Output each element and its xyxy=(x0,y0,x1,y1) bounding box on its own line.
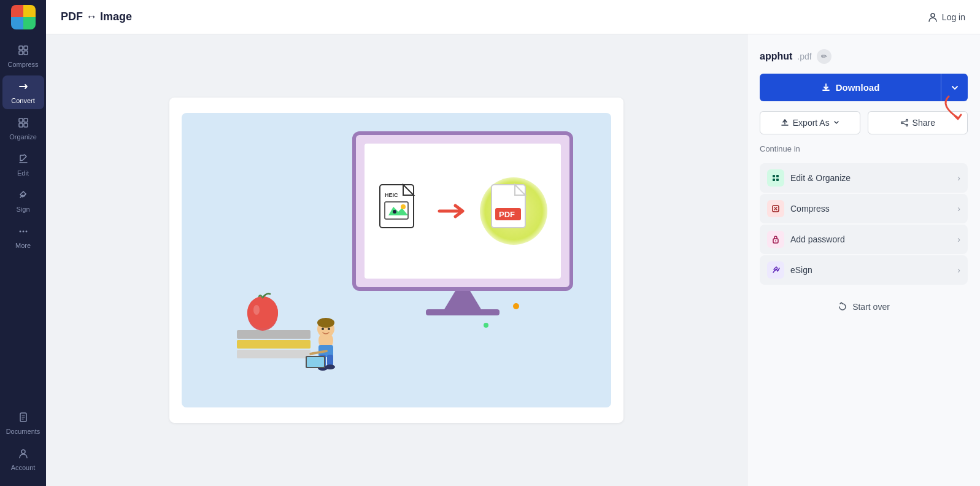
apple-svg xyxy=(243,288,283,334)
export-as-button[interactable]: Export As xyxy=(760,111,860,134)
dot-3 xyxy=(484,323,488,328)
continue-item-compress[interactable]: Compress › xyxy=(760,194,968,223)
svg-rect-5 xyxy=(24,118,28,122)
svg-rect-47 xyxy=(776,179,779,181)
continue-item-esign[interactable]: eSign › xyxy=(760,255,968,285)
start-over-button[interactable]: Start over xyxy=(760,297,968,317)
arrow-svg xyxy=(437,202,468,220)
header-right: Log in xyxy=(927,12,965,23)
svg-line-43 xyxy=(903,123,906,125)
content-area: HEIC xyxy=(46,34,980,486)
file-extension: .pdf xyxy=(797,52,811,61)
svg-rect-46 xyxy=(773,179,775,181)
convert-arrow xyxy=(437,202,468,220)
continue-in-section: Continue in xyxy=(760,144,968,153)
continue-item-add-password[interactable]: Add password › xyxy=(760,225,968,254)
svg-point-8 xyxy=(19,231,21,233)
sidebar-item-edit-label: Edit xyxy=(17,169,29,177)
compress-icon xyxy=(17,44,29,58)
export-icon xyxy=(781,118,789,127)
file-name-row: apphut .pdf ✏ xyxy=(760,49,968,64)
chevron-right-icon-1: › xyxy=(957,204,960,214)
edit-organize-svg xyxy=(771,173,781,183)
pdf-file-svg: PDF xyxy=(490,183,536,239)
svg-point-38 xyxy=(328,328,330,330)
continue-item-left-password: Add password xyxy=(767,231,845,248)
continue-item-edit-organize[interactable]: Edit & Organize › xyxy=(760,163,968,193)
continue-label-password: Add password xyxy=(790,234,845,244)
share-label: Share xyxy=(912,118,935,128)
sidebar-item-account[interactable]: Account xyxy=(2,442,44,476)
svg-point-10 xyxy=(25,231,27,233)
apple xyxy=(243,288,283,336)
preview-area: HEIC xyxy=(46,34,747,486)
download-button[interactable]: Download xyxy=(760,74,941,101)
svg-rect-0 xyxy=(19,46,23,50)
svg-point-25 xyxy=(253,305,260,315)
person-svg xyxy=(298,313,353,380)
monitor-stand xyxy=(444,291,481,309)
sidebar-bottom: Documents Account xyxy=(0,406,46,481)
svg-point-40 xyxy=(901,122,903,124)
documents-icon xyxy=(17,411,29,425)
preview-card: HEIC xyxy=(169,98,623,423)
page-title-text: PDF ↔ Image xyxy=(61,10,132,23)
sign-icon xyxy=(17,189,29,203)
download-icon xyxy=(821,83,831,93)
svg-point-13 xyxy=(931,14,935,17)
sidebar-item-convert-label: Convert xyxy=(11,97,35,104)
edit-filename-button[interactable]: ✏ xyxy=(817,49,831,64)
export-as-label: Export As xyxy=(793,118,830,128)
esign-icon xyxy=(767,261,784,279)
sidebar-item-sign-label: Sign xyxy=(16,206,29,213)
download-label: Download xyxy=(836,82,880,93)
share-icon xyxy=(900,118,909,127)
sidebar-item-more-label: More xyxy=(15,242,31,249)
main-area: PDF ↔ Image Log in xyxy=(46,0,980,486)
sidebar-item-documents[interactable]: Documents xyxy=(2,406,44,440)
add-password-icon xyxy=(767,231,784,248)
sidebar-item-organize[interactable]: Organize xyxy=(2,112,44,145)
sidebar-item-compress[interactable]: Compress xyxy=(2,39,44,73)
continue-in-label: Continue in xyxy=(760,144,968,153)
svg-point-50 xyxy=(775,241,776,242)
app-logo xyxy=(11,5,36,29)
continue-item-left-edit: Edit & Organize xyxy=(767,169,851,187)
svg-rect-36 xyxy=(307,357,324,367)
start-over-label: Start over xyxy=(852,302,890,312)
svg-rect-31 xyxy=(327,355,333,366)
user-icon xyxy=(927,12,938,23)
compress-svg xyxy=(771,204,781,214)
login-button[interactable]: Log in xyxy=(927,12,965,23)
sidebar-item-edit[interactable]: Edit xyxy=(2,148,44,182)
organize-icon xyxy=(17,117,29,131)
continue-label-edit-organize: Edit & Organize xyxy=(790,173,851,183)
more-icon xyxy=(17,225,29,239)
svg-point-33 xyxy=(325,364,335,369)
svg-rect-6 xyxy=(19,123,23,127)
svg-point-19 xyxy=(393,210,396,214)
monitor-container: HEIC xyxy=(352,131,573,315)
sidebar-item-sign[interactable]: Sign xyxy=(2,184,44,218)
svg-point-9 xyxy=(22,231,24,233)
svg-text:PDF: PDF xyxy=(499,210,515,219)
pdf-file: PDF xyxy=(480,177,547,245)
continue-item-left-esign: eSign xyxy=(767,261,812,279)
right-panel: apphut .pdf ✏ Download xyxy=(747,34,980,486)
account-icon xyxy=(17,447,29,461)
svg-point-12 xyxy=(21,450,25,453)
svg-point-18 xyxy=(401,204,406,209)
sidebar-item-more[interactable]: More xyxy=(2,220,44,254)
svg-point-37 xyxy=(322,328,324,330)
svg-rect-44 xyxy=(773,175,775,177)
continue-list: Edit & Organize › Compress xyxy=(760,163,968,285)
share-button[interactable]: Share xyxy=(868,111,968,134)
chevron-right-icon-3: › xyxy=(957,265,960,275)
sidebar-item-documents-label: Documents xyxy=(6,428,41,435)
sidebar-item-organize-label: Organize xyxy=(9,133,37,141)
pdf-glow: PDF xyxy=(480,177,547,245)
chevron-right-icon-0: › xyxy=(957,173,960,183)
sidebar-item-convert[interactable]: Convert xyxy=(2,75,44,109)
sidebar-item-compress-label: Compress xyxy=(7,61,38,68)
svg-point-41 xyxy=(906,125,908,126)
